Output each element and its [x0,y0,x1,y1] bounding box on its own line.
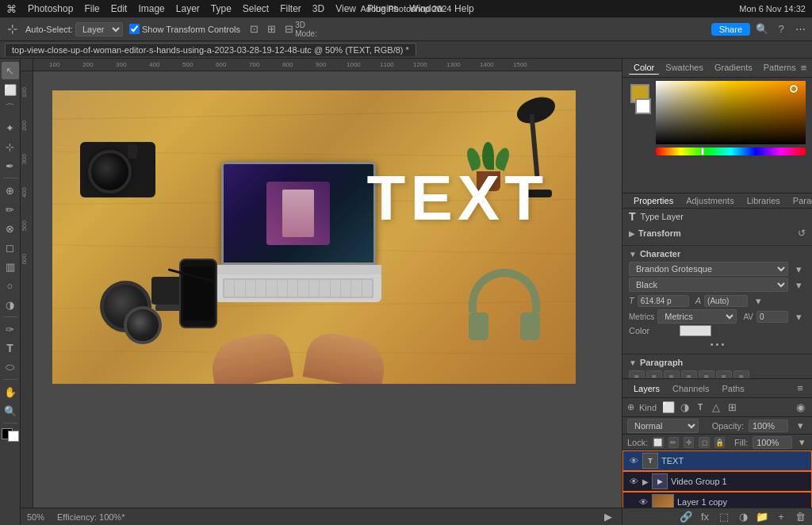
menu-file[interactable]: File [84,3,99,14]
menu-3d[interactable]: 3D [312,3,324,14]
layer-item-text[interactable]: 👁 T TEXT [622,450,812,471]
lock-transparent-btn[interactable]: ⬜ [653,437,663,448]
lock-position-btn[interactable]: ✛ [684,437,694,448]
lock-all-btn[interactable]: 🔒 [714,437,725,448]
show-transform-checkbox[interactable] [129,24,140,34]
hand-tool[interactable]: ✋ [2,383,19,400]
move-tool[interactable]: ↖ [2,62,19,79]
shape-tool[interactable]: ⬭ [2,358,19,376]
layer-group-icon[interactable]: 📁 [755,510,769,524]
font-family-select[interactable]: Brandon Grotesque [629,262,788,276]
layer-style-icon[interactable]: fx [698,510,712,524]
menu-photoshop[interactable]: Photoshop [28,3,73,14]
menu-select[interactable]: Select [243,3,269,14]
filter-smartobj-icon[interactable]: ⊞ [725,400,739,415]
gradients-tab[interactable]: Gradients [710,61,757,75]
metrics-select[interactable]: Metrics Optical [657,309,737,324]
paragraph-tab[interactable]: Paragraph [787,194,812,207]
background-color[interactable] [8,431,19,442]
justify-btn[interactable]: ≡ [681,370,697,378]
paths-tab[interactable]: Paths [716,382,751,395]
fill-input[interactable] [753,436,792,449]
char-color-swatch[interactable] [680,325,711,336]
properties-tab[interactable]: Properties [627,194,680,207]
justify-last-left-btn[interactable]: ≡ [716,370,732,378]
leading-chevron-icon[interactable]: ▾ [751,293,765,308]
layer-link-icon[interactable]: 🔗 [679,510,693,524]
auto-select-dropdown[interactable]: Layer Group [75,22,123,36]
layer-new-icon[interactable]: + [774,510,788,524]
layer-vis-videogroup1[interactable]: 👁 [628,476,639,487]
tracking-input[interactable] [756,311,788,323]
layer-item-videogroup1[interactable]: 👁 ▶ ▶ Video Group 1 [622,471,812,492]
pen-tool[interactable]: ✑ [2,320,19,338]
layer-item-layer1copy[interactable]: 👁 Layer 1 copy [622,492,812,508]
layer-expand-videogroup1[interactable]: ▶ [642,477,649,486]
apple-menu[interactable]: ⌘ [6,3,17,15]
align-center-btn[interactable]: ≡ [646,370,662,378]
layer-delete-icon[interactable]: 🗑 [793,510,807,524]
background-color-swatch[interactable] [635,98,651,114]
font-size-input[interactable] [638,295,689,307]
help-icon[interactable]: ? [774,22,788,36]
color-saturation-gradient[interactable] [656,81,806,144]
filter-toggle-icon[interactable]: ◉ [793,400,807,415]
justify-all-btn[interactable]: ≡ [699,370,714,378]
opacity-input[interactable] [749,420,788,432]
align-left-btn[interactable]: ≡ [629,370,645,378]
eyedropper-tool[interactable]: ✒ [2,157,19,174]
menu-image[interactable]: Image [138,3,164,14]
eraser-tool[interactable]: ◻ [2,239,19,256]
transform-icon-3[interactable]: ⊟ [282,22,296,36]
layer-vis-text[interactable]: 👁 [628,455,639,466]
font-style-select[interactable]: Black Bold Regular [629,278,788,292]
color-picker-circle[interactable] [790,85,798,93]
canvas-scroll-area[interactable]: TEXT [33,71,622,508]
font-chevron-icon[interactable]: ▾ [791,262,806,276]
zoom-tool[interactable]: 🔍 [2,402,19,420]
layers-panel-menu-icon[interactable]: ≡ [793,381,807,396]
adjustments-tab[interactable]: Adjustments [680,194,741,207]
filter-pixel-icon[interactable]: ⬜ [661,400,676,415]
filter-type-icon[interactable]: T [693,400,707,415]
lock-artboard-btn[interactable]: ◻ [699,437,709,448]
layer-vis-layer1copy[interactable]: 👁 [638,496,649,508]
filter-shape-icon[interactable]: △ [709,400,723,415]
brush-tool[interactable]: ✏ [2,201,19,218]
style-chevron-icon[interactable]: ▾ [791,278,806,292]
transform-icon-1[interactable]: ⊡ [247,22,261,36]
clone-tool[interactable]: ⊗ [2,220,19,237]
transform-icon-2[interactable]: ⊞ [264,22,278,36]
justify-last-right-btn[interactable]: ≡ [733,370,749,378]
blend-mode-select[interactable]: Normal Multiply Screen Overlay [627,419,699,433]
menu-layer[interactable]: Layer [176,3,200,14]
more-options-icon[interactable]: ⋯ [793,22,807,36]
color-tab[interactable]: Color [629,61,659,75]
crop-tool[interactable]: ⊹ [2,138,19,155]
paragraph-header[interactable]: ▼ Paragraph [629,358,806,367]
move-tool-icon[interactable]: ⊹ [5,22,19,36]
hue-slider[interactable] [656,148,806,155]
libraries-tab[interactable]: Libraries [741,194,787,207]
swatches-tab[interactable]: Swatches [661,61,708,75]
transform-reset-icon[interactable]: ↺ [798,228,806,239]
quick-select-tool[interactable]: ✦ [2,119,19,136]
dodge-tool[interactable]: ◑ [2,296,19,313]
tracking-chevron-icon[interactable]: ▾ [791,309,806,324]
marquee-tool[interactable]: ⬜ [2,81,19,98]
layer-mask-icon[interactable]: ⬚ [717,510,731,524]
align-right-btn[interactable]: ≡ [664,370,680,378]
canvas-arrow-icon[interactable]: ▶ [601,510,615,524]
show-transform-option[interactable]: Show Transform Controls [129,24,240,34]
menu-edit[interactable]: Edit [111,3,128,14]
fill-chevron-icon[interactable]: ▾ [797,435,807,450]
blur-tool[interactable]: ○ [2,277,19,294]
menu-type[interactable]: Type [211,3,232,14]
channels-tab[interactable]: Channels [666,382,715,395]
gradient-tool[interactable]: ▥ [2,258,19,275]
menu-help[interactable]: Help [454,3,474,14]
layer-adjustment-icon[interactable]: ◑ [736,510,750,524]
spot-heal-tool[interactable]: ⊕ [2,182,19,199]
leading-input[interactable] [704,295,748,307]
opacity-chevron-icon[interactable]: ▾ [793,419,807,433]
